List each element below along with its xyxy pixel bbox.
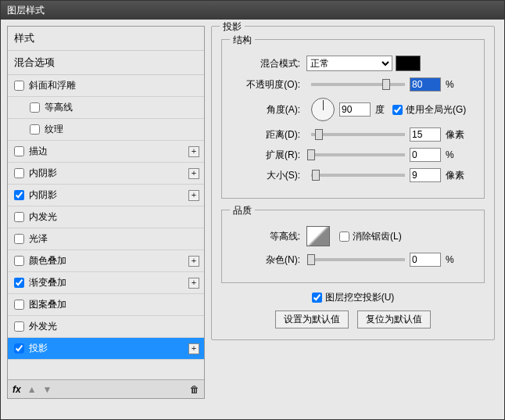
structure-group: 结构 混合模式: 正常 不透明度(O): % 角度(A): [221, 39, 485, 199]
antialias-label: 消除锯齿(L) [353, 230, 402, 243]
spread-unit: % [446, 149, 454, 160]
blend-mode-select[interactable]: 正常 [306, 56, 392, 71]
title-bar: 图层样式 [1, 1, 504, 20]
style-label: 光泽 [29, 232, 48, 246]
style-item-11[interactable]: 外发光 [8, 316, 204, 338]
panel-title: 投影 [220, 20, 245, 34]
style-item-6[interactable]: 内发光 [8, 206, 204, 228]
antialias-checkbox[interactable] [339, 232, 349, 242]
style-label: 斜面和浮雕 [29, 79, 76, 92]
quality-title: 品质 [230, 204, 255, 217]
noise-unit: % [446, 254, 454, 265]
style-checkbox[interactable] [14, 234, 24, 244]
style-checkbox[interactable] [14, 321, 24, 332]
size-slider[interactable] [311, 174, 405, 177]
angle-label: 角度(A): [230, 103, 300, 117]
spread-input[interactable] [410, 148, 441, 162]
style-item-2[interactable]: 纹理 [8, 119, 204, 141]
style-item-10[interactable]: 图案叠加 [8, 294, 204, 316]
move-up-icon[interactable]: ▲ [27, 384, 37, 395]
style-item-12[interactable]: 投影+ [8, 338, 204, 360]
global-light-checkbox[interactable] [392, 105, 403, 115]
window-title: 图层样式 [7, 5, 45, 16]
style-checkbox[interactable] [14, 300, 24, 310]
style-checkbox[interactable] [14, 168, 24, 178]
contour-label: 等高线: [230, 230, 300, 243]
knockout-label: 图层挖空投影(U) [325, 291, 395, 304]
size-unit: 像素 [446, 169, 464, 182]
trash-icon[interactable]: 🗑 [190, 384, 199, 395]
add-instance-icon[interactable]: + [188, 343, 199, 354]
global-light-label: 使用全局光(G) [406, 103, 466, 117]
style-checkbox[interactable] [30, 102, 40, 113]
style-item-3[interactable]: 描边+ [8, 141, 204, 163]
size-label: 大小(S): [230, 169, 300, 182]
add-instance-icon[interactable]: + [188, 168, 199, 179]
style-item-4[interactable]: 内阴影+ [8, 163, 204, 185]
distance-label: 距离(D): [230, 128, 300, 142]
shadow-color-swatch[interactable] [396, 56, 421, 71]
reset-default-button[interactable]: 复位为默认值 [357, 311, 431, 328]
style-item-9[interactable]: 渐变叠加+ [8, 272, 204, 294]
blend-mode-label: 混合模式: [230, 57, 300, 70]
angle-dial[interactable] [311, 98, 335, 121]
style-checkbox[interactable] [14, 81, 24, 91]
fx-label[interactable]: fx [13, 384, 21, 395]
spread-label: 扩展(R): [230, 149, 300, 162]
panel-footer: fx ▲ ▼ 🗑 [8, 379, 204, 398]
styles-header[interactable]: 样式 [8, 27, 204, 51]
style-checkbox[interactable] [14, 212, 24, 222]
style-item-0[interactable]: 斜面和浮雕 [8, 75, 204, 97]
distance-unit: 像素 [446, 128, 464, 142]
move-down-icon[interactable]: ▼ [43, 384, 52, 395]
angle-input[interactable] [339, 102, 371, 117]
opacity-input[interactable] [410, 77, 441, 92]
style-label: 渐变叠加 [29, 276, 66, 289]
distance-input[interactable] [410, 127, 441, 142]
noise-slider[interactable] [311, 258, 405, 261]
noise-label: 杂色(N): [230, 253, 300, 267]
style-item-8[interactable]: 颜色叠加+ [8, 250, 204, 272]
style-label: 外发光 [29, 320, 57, 333]
style-list: 斜面和浮雕等高线纹理描边+内阴影+内阴影+内发光光泽颜色叠加+渐变叠加+图案叠加… [8, 75, 204, 379]
style-checkbox[interactable] [14, 190, 24, 200]
style-label: 纹理 [45, 123, 63, 136]
opacity-unit: % [446, 79, 454, 90]
style-item-1[interactable]: 等高线 [8, 97, 204, 119]
spread-slider[interactable] [311, 153, 405, 156]
distance-slider[interactable] [311, 133, 405, 136]
style-item-5[interactable]: 内阴影+ [8, 185, 204, 206]
add-instance-icon[interactable]: + [188, 278, 199, 289]
style-label: 描边 [29, 145, 48, 158]
opacity-slider[interactable] [311, 83, 405, 86]
style-label: 图案叠加 [29, 298, 66, 311]
opacity-label: 不透明度(O): [230, 78, 300, 92]
add-instance-icon[interactable]: + [188, 190, 199, 201]
style-checkbox[interactable] [14, 278, 24, 288]
angle-unit: 度 [375, 103, 385, 117]
blend-options[interactable]: 混合选项 [8, 51, 204, 75]
style-checkbox[interactable] [14, 343, 24, 354]
quality-group: 品质 等高线: 消除锯齿(L) 杂色(N): % [221, 210, 485, 283]
style-label: 内阴影 [29, 188, 57, 202]
make-default-button[interactable]: 设置为默认值 [275, 311, 349, 328]
style-label: 颜色叠加 [29, 254, 66, 267]
structure-title: 结构 [230, 34, 255, 47]
style-checkbox[interactable] [14, 146, 24, 156]
add-instance-icon[interactable]: + [188, 146, 199, 157]
style-item-7[interactable]: 光泽 [8, 228, 204, 250]
settings-panel: 投影 结构 混合模式: 正常 不透明度(O): % [208, 20, 504, 399]
knockout-checkbox[interactable] [312, 293, 322, 303]
style-checkbox[interactable] [30, 124, 40, 135]
add-instance-icon[interactable]: + [188, 256, 199, 267]
style-label: 内发光 [29, 210, 57, 224]
style-label: 等高线 [45, 101, 73, 114]
style-checkbox[interactable] [14, 256, 24, 266]
drop-shadow-group: 投影 结构 混合模式: 正常 不透明度(O): % [211, 26, 495, 340]
contour-picker[interactable] [306, 226, 330, 246]
noise-input[interactable] [410, 253, 441, 267]
style-label: 投影 [29, 342, 48, 355]
styles-panel: 样式 混合选项 斜面和浮雕等高线纹理描边+内阴影+内阴影+内发光光泽颜色叠加+渐… [7, 26, 205, 399]
style-label: 内阴影 [29, 167, 57, 180]
size-input[interactable] [410, 168, 441, 182]
